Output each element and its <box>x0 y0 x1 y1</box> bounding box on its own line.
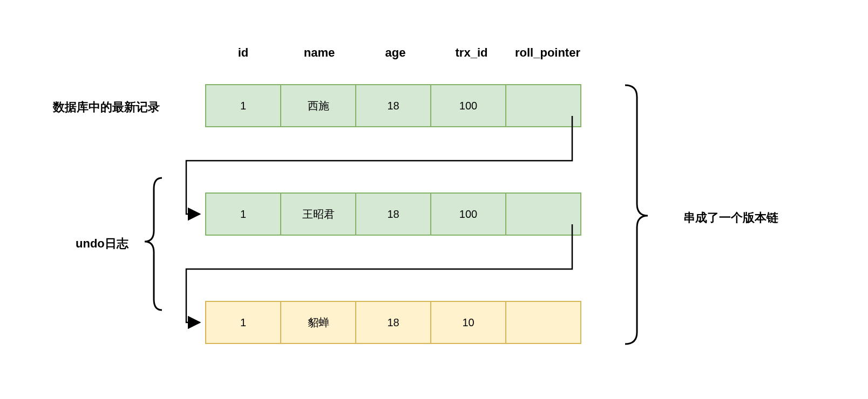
cell: 西施 <box>280 84 356 127</box>
header-name: name <box>281 46 357 60</box>
cell: 100 <box>430 84 506 127</box>
table-row: 1 王昭君 18 100 <box>205 192 580 236</box>
header-id: id <box>205 46 281 60</box>
cell: 貂蝉 <box>280 301 356 344</box>
table-row: 1 貂蝉 18 10 <box>205 301 580 344</box>
cell: 1 <box>205 301 281 344</box>
header-age: age <box>357 46 433 60</box>
column-headers: id name age trx_id roll_pointer <box>205 46 586 60</box>
cell: 18 <box>355 192 431 236</box>
cell: 王昭君 <box>280 192 356 236</box>
cell: 18 <box>355 84 431 127</box>
cell: 1 <box>205 84 281 127</box>
diagram-stage: id name age trx_id roll_pointer 数据库中的最新记… <box>0 0 868 399</box>
brace-right-icon <box>625 85 648 344</box>
label-version-chain: 串成了一个版本链 <box>683 210 778 226</box>
cell <box>505 192 581 236</box>
cell: 1 <box>205 192 281 236</box>
label-latest-record: 数据库中的最新记录 <box>53 99 160 115</box>
table-row: 1 西施 18 100 <box>205 84 580 127</box>
label-undo-log: undo日志 <box>76 236 128 252</box>
cell <box>505 84 581 127</box>
cell: 18 <box>355 301 431 344</box>
header-trxid: trx_id <box>433 46 510 60</box>
cell: 100 <box>430 192 506 236</box>
header-rollpointer: roll_pointer <box>510 46 586 60</box>
cell <box>505 301 581 344</box>
cell: 10 <box>430 301 506 344</box>
brace-left-icon <box>145 178 162 310</box>
